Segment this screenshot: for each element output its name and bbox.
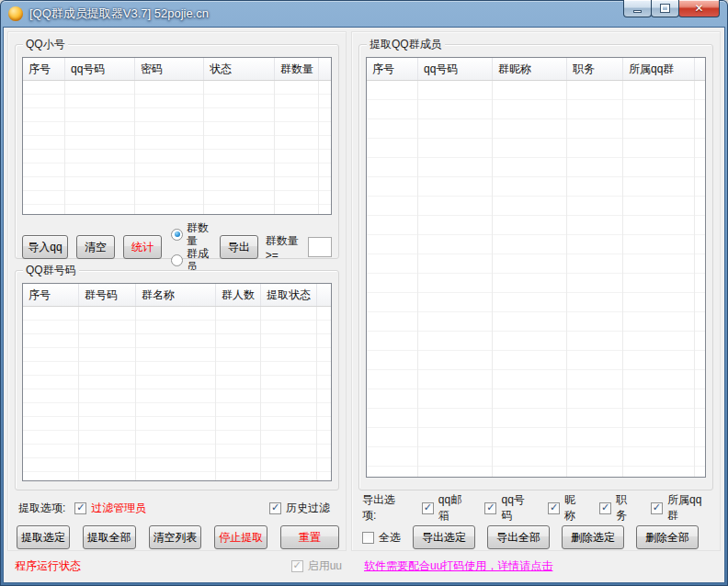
filter-admin-checkbox[interactable]: ✓ 过滤管理员 [74,501,146,516]
minimize-button[interactable] [623,0,652,17]
export-opt-role-checkbox[interactable]: ✓ 职务 [599,492,636,524]
history-filter-label: 历史过滤 [286,501,330,516]
export-opt-owner-group-checkbox[interactable]: ✓ 所属qq群 [651,492,710,524]
column-header[interactable]: 所属qq群 [623,58,695,80]
history-filter-checkbox[interactable]: ✓ 历史过滤 [269,501,330,516]
groups-table-header: 序号 群号码 群名称 群人数 提取状态 [23,284,331,307]
enable-uu-checkbox[interactable]: ✓ 启用uu [291,558,342,574]
groups-table: 序号 群号码 群名称 群人数 提取状态 [22,283,332,481]
enable-uu-label: 启用uu [308,558,342,574]
client-area: QQ小号 序号 qq号码 密码 状态 群数量 [4,28,724,582]
radio-group-members-label: 群成员 [187,247,210,273]
min-group-count-label: 群数量>= [266,233,302,262]
stop-extract-button[interactable]: 停止提取 [214,525,267,549]
column-header[interactable]: qq号码 [65,58,135,80]
minimize-icon [633,10,642,13]
radio-icon [171,254,183,266]
export-all-button[interactable]: 导出全部 [487,525,550,549]
members-table-header: 序号 qq号码 群昵称 职务 所属qq群 [367,58,705,81]
export-opt-qq-number-checkbox[interactable]: ✓ qq号码 [484,492,533,524]
clear-accounts-button[interactable]: 清空 [76,235,115,259]
select-all-label: 全选 [379,530,401,546]
column-header[interactable]: 群人数 [216,284,261,306]
column-header[interactable]: 群号码 [79,284,136,306]
radio-group-count-label: 群数量 [187,221,210,247]
app-window: [QQ群成员提取器V3.7] 52pojie.cn ✕ QQ小号 序号 qq号码… [0,0,728,586]
right-panel: 提取QQ群成员 序号 qq号码 群昵称 职务 所属qq群 [351,31,721,551]
checkbox-icon: ✓ [422,502,434,514]
extract-all-button[interactable]: 提取全部 [83,525,136,549]
column-header[interactable]: 状态 [204,58,275,80]
checkbox-icon: ✓ [74,502,86,514]
checkbox-icon: ✓ [362,532,374,544]
checkbox-icon: ✓ [269,502,281,514]
status-bar: 程序运行状态 ✓ 启用uu 软件需要配合uu打码使用，详情请点击 [4,551,724,579]
export-selected-button[interactable]: 导出选定 [413,525,475,549]
close-button[interactable]: ✕ [678,0,720,17]
delete-selected-button[interactable]: 删除选定 [562,525,624,549]
min-group-count-input[interactable] [308,237,332,257]
export-opt-label: 所属qq群 [667,492,710,524]
import-qq-button[interactable]: 导入qq [22,235,68,259]
column-header[interactable]: 群昵称 [493,58,567,80]
extract-selected-button[interactable]: 提取选定 [17,525,70,549]
uu-notice-link[interactable]: 软件需要配合uu打码使用，详情请点击 [364,558,552,574]
titlebar: [QQ群成员提取器V3.7] 52pojie.cn ✕ [0,0,728,28]
export-opt-label: qq号码 [501,492,533,524]
column-header[interactable]: 密码 [135,58,204,80]
window-title: [QQ群成员提取器V3.7] 52pojie.cn [29,6,209,22]
checkbox-icon: ✓ [548,502,560,514]
checkbox-icon: ✓ [291,560,303,572]
qq-accounts-groupbox: QQ小号 序号 qq号码 密码 状态 群数量 [15,44,339,259]
select-all-checkbox[interactable]: ✓ 全选 [362,530,401,546]
delete-all-button[interactable]: 删除全部 [636,525,699,549]
accounts-table: 序号 qq号码 密码 状态 群数量 [22,57,332,215]
extract-options-label: 提取选项: [18,501,65,516]
app-icon [8,6,23,21]
qq-groups-groupbox: QQ群号码 序号 群号码 群名称 群人数 提取状态 [15,270,339,490]
column-header[interactable]: 群名称 [136,284,216,306]
members-group-title: 提取QQ群成员 [367,38,445,51]
radio-group-members[interactable]: 群成员 [171,247,210,273]
maximize-button[interactable] [651,0,679,17]
column-header[interactable]: 序号 [367,58,418,80]
filter-admin-label: 过滤管理员 [91,501,146,516]
column-header[interactable]: 序号 [23,58,65,80]
column-header[interactable]: 群数量 [275,58,319,80]
radio-icon [171,229,183,241]
qq-accounts-group-title: QQ小号 [23,38,68,51]
members-table: 序号 qq号码 群昵称 职务 所属qq群 [366,57,706,478]
column-header[interactable]: 提取状态 [261,284,317,306]
left-panel: QQ小号 序号 qq号码 密码 状态 群数量 [7,31,347,551]
stats-button[interactable]: 统计 [123,235,162,259]
column-header-filler [317,284,331,306]
groups-table-body[interactable] [23,307,331,480]
export-opt-label: 职务 [616,492,636,524]
checkbox-icon: ✓ [484,502,496,514]
column-header-filler [319,58,331,80]
close-icon: ✕ [694,2,703,15]
export-options-label: 导出选项: [362,492,407,524]
members-table-body[interactable] [367,81,705,477]
maximize-icon [661,5,669,12]
export-opt-label: 昵称 [564,492,585,524]
program-status-label: 程序运行状态 [15,558,81,574]
radio-group-count[interactable]: 群数量 [171,221,210,247]
accounts-table-header: 序号 qq号码 密码 状态 群数量 [23,58,331,81]
checkbox-icon: ✓ [599,502,611,514]
column-header[interactable]: qq号码 [418,58,493,80]
column-header-filler [695,58,705,80]
export-opt-label: qq邮箱 [438,492,471,524]
reset-button[interactable]: 重置 [280,525,339,549]
export-accounts-button[interactable]: 导出 [220,235,258,259]
export-opt-nickname-checkbox[interactable]: ✓ 昵称 [548,492,585,524]
clear-list-button[interactable]: 清空列表 [149,525,202,549]
checkbox-icon: ✓ [651,502,663,514]
accounts-table-body[interactable] [23,81,331,214]
members-groupbox: 提取QQ群成员 序号 qq号码 群昵称 职务 所属qq群 [358,44,713,490]
column-header[interactable]: 职务 [567,58,623,80]
qq-groups-group-title: QQ群号码 [23,264,79,277]
export-opt-qq-mail-checkbox[interactable]: ✓ qq邮箱 [422,492,471,524]
column-header[interactable]: 序号 [23,284,79,306]
